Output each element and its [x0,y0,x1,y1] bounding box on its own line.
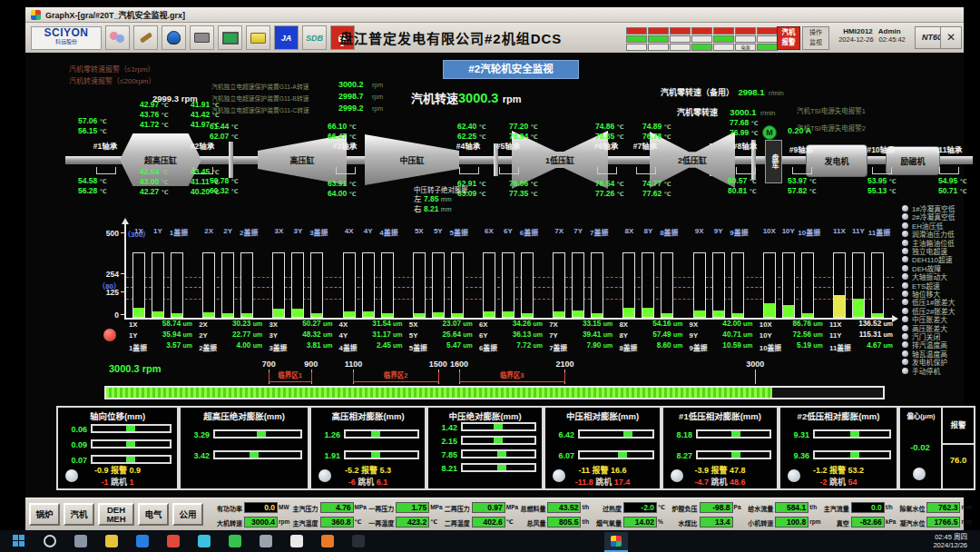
value-8盖振: 8.60 um [635,341,682,350]
alarm-grid-cell[interactable] [713,27,734,34]
zone-tick [564,372,565,382]
nav-button-1[interactable]: 锅炉 [29,503,60,526]
alarm-grid-cell[interactable] [648,35,669,43]
sdb-icon[interactable]: SDB [302,25,327,50]
alarm-grid-cell[interactable] [626,35,647,43]
cylinder-label: 1低压缸 [545,154,574,166]
gauge-value: 1.42 [430,423,457,432]
alarm-grid-cell[interactable] [691,35,712,43]
media-icon[interactable] [321,535,334,547]
alarm-grid-cell[interactable] [735,27,756,34]
bar-fill [172,313,182,317]
notepad-icon[interactable] [290,535,303,547]
plant-title: 盘江普定发电有限公司#2机组DCS [339,28,562,47]
metric-value: 1766.5 [926,517,960,527]
panel-title: 中压相对膨胀(mm) [545,409,660,422]
alarm-grid-cell[interactable] [691,44,712,51]
ramp-speed-readout: 3000.3 rpm [109,363,161,374]
temp-value: 41.42 ℃ [191,110,220,120]
panel-title: 中压绝对膨胀(mm) [428,409,542,422]
graphx-taskbar-icon[interactable] [604,532,628,552]
folder-icon[interactable] [246,25,270,50]
gauge-bar [213,429,302,439]
mail-icon[interactable] [198,535,211,547]
panel-title: #1低压相对膨胀(mm) [663,409,777,422]
terminal-icon[interactable] [352,535,365,547]
alarm-grid-cell[interactable] [735,35,756,43]
chrome-icon[interactable] [167,535,180,547]
bar-fill [732,313,743,317]
tools-icon[interactable] [133,25,158,50]
bar-fill [573,310,583,317]
close-button[interactable]: ✕ [940,26,962,49]
gauge-value: 0.06 [60,425,87,434]
nav-button-5[interactable]: 公用 [172,503,203,526]
alarm-grid-cell[interactable] [670,27,691,34]
zone-line-3 [459,381,565,382]
metric-label: 过热度 [593,504,622,512]
temp-value: 77.26 ℃ [595,189,624,199]
alarm-grid-cell[interactable] [757,44,778,51]
value-label-6Y: 6Y [479,331,488,340]
temp-value: 53.97 ℃ [788,176,817,186]
temp-value: 43.00 ℃ [140,177,169,187]
bar-fill [783,305,794,317]
file-explorer-icon[interactable] [105,535,118,547]
alarm-grid-cell[interactable] [626,44,647,51]
users-icon[interactable] [105,25,130,50]
monitor-icon[interactable] [218,25,242,50]
bar-8X [622,252,635,318]
value-label-8盖振: 8盖振 [619,342,637,352]
temps-bearing2-top: 61.44 ℃62.07 ℃ [210,122,239,142]
start-icon[interactable] [13,535,25,547]
alarm-grid-cell[interactable] [648,44,669,51]
alarm-grid-cell[interactable] [670,44,691,51]
database-icon[interactable] [162,25,186,50]
bar-fill [592,313,603,317]
gauge-value: 3.29 [182,430,210,439]
search-icon[interactable] [44,535,56,547]
time-text: 02:45:42 [879,35,906,44]
metric-col-9: 主汽流量0.0t/h真空-82.66kPa [821,499,896,530]
cylinder-label: 2低压缸 [678,154,707,166]
alarm-grid-cell[interactable] [757,27,778,34]
alarm-grid-cell[interactable] [757,35,778,43]
alarm-grid-cell[interactable] [648,27,669,34]
alarm-grid-cell[interactable] [713,35,734,43]
bar-1Y [152,252,164,318]
main-speed-readout: 汽机转速3000.3 rpm [411,89,522,106]
nav-button-2[interactable]: 汽机 [64,503,94,526]
value-11Y: 115.31 um [846,330,893,340]
gauge-value: 3.42 [182,451,210,460]
gauge-bar [213,450,302,459]
alarm-summary-grid[interactable]: 电源 [626,27,778,51]
value-label-9X: 9X [690,320,699,329]
alarm-grid-cell[interactable]: 电源 [735,44,756,51]
edge-browser-icon[interactable] [136,535,149,547]
alarm-grid-cell[interactable] [626,27,647,34]
window-titlebar[interactable]: GraphX-[gra/#20T_汽机安全监视.grx] [25,7,964,23]
turbine-alarm-button[interactable]: 汽机 报警 [777,26,800,50]
value-label-5X: 5X [409,320,418,329]
status-lamp [902,273,908,280]
metric-value: 100.8 [775,517,808,527]
metric-unit: MPa [355,504,366,512]
alarm-grid-cell[interactable] [713,44,734,51]
bar-fill [363,311,374,317]
nav-button-4[interactable]: 电气 [138,503,169,526]
taskbar-clock[interactable]: 02:45 周四 2024/12/26 [933,533,967,549]
store-icon[interactable] [229,535,241,547]
status-lamp [902,248,908,254]
alarm-grid-cell[interactable] [670,35,691,43]
os-taskbar[interactable]: 02:45 周四 2024/12/26 [0,530,980,552]
value-label-6X: 6X [479,320,488,329]
printer-icon[interactable] [190,25,214,50]
metric-label: 主汽温度 [290,518,318,527]
alarm-grid-cell[interactable] [691,27,712,34]
settings-icon[interactable] [260,535,272,547]
nav-button-3[interactable]: DEHMEH [98,503,134,526]
gauge-value: 0.09 [60,440,87,449]
gauge-value: 8.21 [430,464,457,473]
taskview-icon[interactable] [74,535,87,547]
ja-icon[interactable]: JA [274,25,299,50]
